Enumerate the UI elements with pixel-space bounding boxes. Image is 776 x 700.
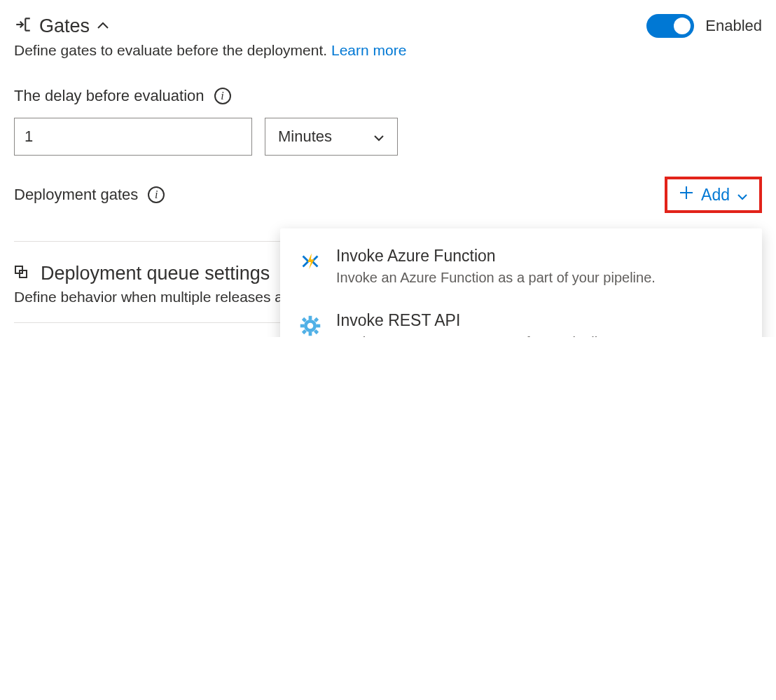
gates-description-text: Define gates to evaluate before the depl… [14, 42, 331, 58]
azure-function-icon [297, 248, 324, 275]
delay-label: The delay before evaluation [14, 87, 205, 105]
queue-settings-icon [14, 264, 31, 284]
deployment-gates-container: Deployment gates i Add [14, 177, 762, 213]
svg-point-0 [305, 321, 314, 330]
gates-enabled-toggle[interactable] [646, 14, 694, 38]
menu-item-desc: Invoke a REST API as a part of your pipe… [336, 333, 745, 337]
gates-title-group[interactable]: Gates [14, 15, 109, 37]
info-icon[interactable]: i [214, 88, 231, 104]
gear-icon [297, 313, 324, 337]
delay-input-row: Minutes [14, 118, 762, 156]
plus-icon [679, 185, 694, 205]
add-label: Add [701, 186, 730, 205]
gates-title: Gates [39, 15, 90, 37]
toggle-knob [674, 18, 691, 34]
menu-item-invoke-rest-api[interactable]: Invoke REST API Invoke a REST API as a p… [280, 300, 762, 337]
add-gate-button[interactable]: Add [665, 177, 762, 213]
gates-learn-more-link[interactable]: Learn more [331, 42, 406, 58]
menu-item-title: Invoke REST API [336, 311, 745, 330]
deployment-gates-row: Deployment gates i Add [14, 177, 762, 213]
gates-toggle-wrap: Enabled [646, 14, 762, 38]
chevron-down-icon [737, 186, 748, 205]
menu-item-text: Invoke Azure Function Invoke an Azure Fu… [336, 247, 745, 287]
deployment-gates-label: Deployment gates [14, 186, 138, 204]
menu-item-desc: Invoke an Azure Function as a part of yo… [336, 268, 745, 287]
delay-label-row: The delay before evaluation i [14, 87, 762, 105]
delay-value-input[interactable] [14, 118, 252, 156]
deployment-gates-label-group: Deployment gates i [14, 186, 165, 204]
gates-enabled-label: Enabled [705, 17, 762, 35]
gates-description: Define gates to evaluate before the depl… [14, 42, 762, 59]
menu-item-title: Invoke Azure Function [336, 247, 745, 266]
menu-item-text: Invoke REST API Invoke a REST API as a p… [336, 311, 745, 337]
gates-section-header: Gates Enabled [14, 14, 762, 38]
queue-settings-title: Deployment queue settings [41, 263, 270, 284]
add-gate-dropdown: Invoke Azure Function Invoke an Azure Fu… [280, 228, 762, 337]
gates-icon [14, 15, 32, 36]
delay-unit-select[interactable]: Minutes [265, 118, 398, 156]
delay-unit-value: Minutes [278, 128, 332, 146]
menu-item-invoke-azure-function[interactable]: Invoke Azure Function Invoke an Azure Fu… [280, 235, 762, 300]
chevron-up-icon [97, 22, 109, 30]
info-icon[interactable]: i [148, 186, 165, 203]
chevron-down-icon [373, 128, 384, 146]
